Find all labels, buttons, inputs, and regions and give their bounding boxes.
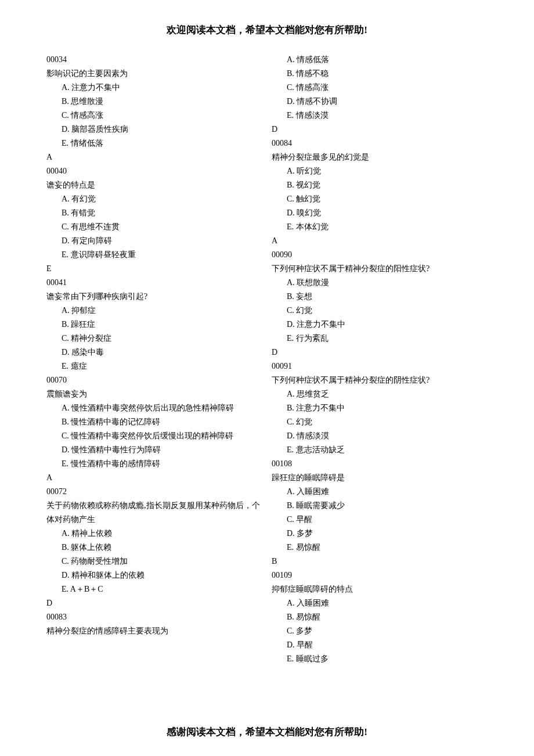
option-d: D. 情感不协调: [272, 95, 488, 109]
option-e: E. 意志活动缺乏: [272, 443, 488, 457]
option-b: B. 有错觉: [46, 206, 262, 220]
option-a: A. 慢性酒精中毒突然停饮后出现的急性精神障碍: [46, 401, 262, 415]
option-e: E. 本体幻觉: [272, 220, 488, 234]
option-b: B. 慢性酒精中毒的记忆障碍: [46, 415, 262, 429]
left-column: 00034 影响识记的主要因素为 A. 注意力不集中 B. 思维散漫 C. 情感…: [46, 53, 262, 666]
option-d: D. 慢性酒精中毒性行为障碍: [46, 443, 262, 457]
option-c: C. 早醒: [272, 513, 488, 527]
question-id: 00072: [46, 485, 262, 499]
question-id: 00090: [272, 248, 488, 262]
question-text: 精神分裂症的情感障碍主要表现为: [46, 624, 262, 638]
option-b: B. 视幻觉: [272, 178, 488, 192]
option-d: D. 精神和躯体上的依赖: [46, 568, 262, 582]
option-c: C. 有思维不连贯: [46, 220, 262, 234]
option-b: B. 躁狂症: [46, 318, 262, 332]
columns: 00034 影响识记的主要因素为 A. 注意力不集中 B. 思维散漫 C. 情感…: [46, 53, 488, 666]
option-a: A. 联想散漫: [272, 276, 488, 290]
question-id: 00041: [46, 276, 262, 290]
option-a: A. 精神上依赖: [46, 527, 262, 541]
option-d: D. 情感淡漠: [272, 429, 488, 443]
answer: B: [272, 555, 488, 568]
option-a: A. 入睡困难: [272, 596, 488, 610]
option-d: D. 早醒: [272, 638, 488, 652]
answer: D: [272, 123, 488, 136]
option-c: C. 慢性酒精中毒突然停饮后缓慢出现的精神障碍: [46, 429, 262, 443]
option-d: D. 嗅幻觉: [272, 206, 488, 220]
page-header: 欢迎阅读本文档，希望本文档能对您有所帮助!: [46, 23, 488, 37]
question-text: 躁狂症的睡眠障碍是: [272, 471, 488, 485]
question-id: 00084: [272, 136, 488, 150]
option-c: C. 精神分裂症: [46, 332, 262, 345]
question-text: 谵妄的特点是: [46, 178, 262, 192]
right-column: A. 情感低落 B. 情感不稳 C. 情感高涨 D. 情感不协调 E. 情感淡漠…: [272, 53, 488, 666]
page: 欢迎阅读本文档，希望本文档能对您有所帮助! 00034 影响识记的主要因素为 A…: [0, 0, 534, 683]
option-c: C. 情感高涨: [272, 81, 488, 95]
question-text: 下列何种症状不属于精神分裂症的阴性症状?: [272, 373, 488, 387]
page-footer: 感谢阅读本文档，希望本文档能对您有所帮助!: [0, 725, 534, 739]
answer: A: [46, 471, 262, 485]
option-d: D. 有定向障碍: [46, 234, 262, 248]
option-c: C. 多梦: [272, 624, 488, 638]
option-e: E. 睡眠过多: [272, 652, 488, 666]
question-id: 00034: [46, 53, 262, 67]
question-id: 00070: [46, 373, 262, 387]
option-e: E. 情绪低落: [46, 136, 262, 150]
option-b: B. 妄想: [272, 290, 488, 304]
option-e: E. 易惊醒: [272, 541, 488, 555]
option-b: B. 思维散漫: [46, 95, 262, 109]
option-d: D. 多梦: [272, 527, 488, 541]
option-b: B. 情感不稳: [272, 67, 488, 81]
question-text: 抑郁症睡眠障碍的特点: [272, 582, 488, 596]
option-a: A. 有幻觉: [46, 192, 262, 206]
option-d: D. 注意力不集中: [272, 318, 488, 332]
option-e: E. 行为紊乱: [272, 332, 488, 345]
option-a: A. 入睡困难: [272, 485, 488, 499]
option-a: A. 注意力不集中: [46, 81, 262, 95]
question-text: 震颤谵妄为: [46, 387, 262, 401]
answer: D: [272, 345, 488, 359]
option-c: C. 幻觉: [272, 415, 488, 429]
option-b: B. 易惊醒: [272, 610, 488, 624]
option-c: C. 触幻觉: [272, 192, 488, 206]
option-c: C. 药物耐受性增加: [46, 555, 262, 568]
option-a: A. 听幻觉: [272, 164, 488, 178]
answer: E: [46, 262, 262, 276]
question-id: 00109: [272, 568, 488, 582]
option-b: B. 注意力不集中: [272, 401, 488, 415]
option-c: C. 幻觉: [272, 304, 488, 318]
option-e: E. 意识障碍昼轻夜重: [46, 248, 262, 262]
option-a: A. 情感低落: [272, 53, 488, 67]
question-text: 关于药物依赖或称药物成瘾,指长期反复服用某种药物后，个体对药物产生: [46, 499, 262, 527]
answer: A: [46, 150, 262, 164]
question-id: 00083: [46, 610, 262, 624]
option-d: D. 感染中毒: [46, 345, 262, 359]
question-text: 影响识记的主要因素为: [46, 67, 262, 81]
question-text: 谵妄常由下列哪种疾病引起?: [46, 290, 262, 304]
option-b: B. 躯体上依赖: [46, 541, 262, 555]
option-e: E. 慢性酒精中毒的感情障碍: [46, 457, 262, 471]
question-text: 下列何种症状不属于精神分裂症的阳性症状?: [272, 262, 488, 276]
option-a: A. 思维贫乏: [272, 387, 488, 401]
option-e: E. 癔症: [46, 359, 262, 373]
option-e: E. A＋B＋C: [46, 582, 262, 596]
question-id: 00040: [46, 164, 262, 178]
option-d: D. 脑部器质性疾病: [46, 123, 262, 136]
option-c: C. 情感高涨: [46, 109, 262, 123]
answer: A: [272, 234, 488, 248]
question-text: 精神分裂症最多见的幻觉是: [272, 150, 488, 164]
question-id: 00091: [272, 359, 488, 373]
question-id: 00108: [272, 457, 488, 471]
option-a: A. 抑郁症: [46, 304, 262, 318]
option-b: B. 睡眠需要减少: [272, 499, 488, 513]
answer: D: [46, 596, 262, 610]
option-e: E. 情感淡漠: [272, 109, 488, 123]
